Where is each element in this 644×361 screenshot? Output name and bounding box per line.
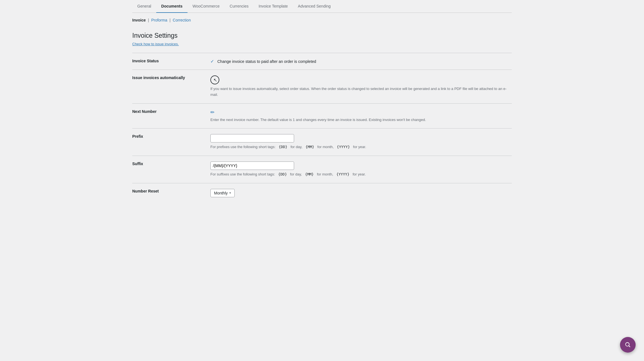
prefix-control: For prefixes use the following short tag…	[210, 129, 512, 156]
next-number-desc: Enter the next invoice number. The defau…	[210, 117, 512, 123]
chevron-down-icon: ▾	[229, 191, 231, 195]
prefix-desc: For prefixes use the following short tag…	[210, 144, 512, 150]
checkmark-icon: ✓	[210, 59, 214, 64]
suffix-desc: For suffixes use the following short tag…	[210, 172, 512, 177]
invoice-status-label: Invoice Status	[132, 53, 210, 70]
issue-automatically-desc: If you want to issue invoices automatica…	[210, 86, 512, 98]
settings-table: Invoice Status ✓ Change invoice status t…	[132, 53, 512, 203]
suffix-tag-mm: {MM}	[304, 172, 315, 177]
tab-invoice-template[interactable]: Invoice Template	[254, 0, 293, 13]
next-number-control: ✏ Enter the next invoice number. The def…	[210, 103, 512, 129]
suffix-tag-yyyy: {YYYY}	[335, 172, 350, 177]
issue-automatically-row: Issue invoices automatically ↖ If you wa…	[132, 70, 512, 104]
tab-general[interactable]: General	[132, 0, 156, 13]
invoice-status-control: ✓ Change invoice status to paid after an…	[210, 53, 512, 70]
subnav-proforma[interactable]: Proforma	[151, 18, 167, 22]
prefix-tag-yyyy: {YYYY}	[336, 144, 351, 149]
suffix-row: Suffix For suffixes use the following sh…	[132, 156, 512, 183]
content-area: Invoice Settings Check how to issue invo…	[132, 25, 512, 210]
cursor-icon: ↖	[213, 77, 217, 83]
number-reset-control: Monthly ▾	[210, 183, 512, 203]
next-number-input-row: ✏	[210, 109, 512, 115]
prefix-row: Prefix For prefixes use the following sh…	[132, 129, 512, 156]
help-link[interactable]: Check how to issue invoices.	[132, 42, 179, 46]
main-nav: General Documents WooCommerce Currencies…	[132, 0, 512, 13]
suffix-label: Suffix	[132, 156, 210, 183]
next-number-label: Next Number	[132, 103, 210, 129]
number-reset-label: Number Reset	[132, 183, 210, 203]
subnav-correction[interactable]: Correction	[173, 18, 191, 22]
prefix-tag-dd: {DD}	[278, 144, 289, 149]
invoice-status-checkbox-row: ✓ Change invoice status to paid after an…	[210, 59, 512, 64]
suffix-input[interactable]	[210, 162, 294, 170]
subnav-invoice[interactable]: Invoice	[132, 18, 146, 22]
invoice-status-checkbox-label: Change invoice status to paid after an o…	[217, 59, 316, 64]
number-reset-row: Number Reset Monthly ▾	[132, 183, 512, 203]
number-reset-value: Monthly	[214, 191, 228, 195]
issue-automatically-label: Issue invoices automatically	[132, 70, 210, 104]
issue-automatically-control: ↖ If you want to issue invoices automati…	[210, 70, 512, 104]
invoice-status-row: Invoice Status ✓ Change invoice status t…	[132, 53, 512, 70]
sub-nav-sep-2: |	[169, 18, 170, 22]
suffix-tag-dd: {DD}	[277, 172, 288, 177]
issue-automatically-toggle[interactable]: ↖	[210, 75, 219, 84]
prefix-label: Prefix	[132, 129, 210, 156]
sub-nav-sep-1: |	[148, 18, 149, 22]
tab-currencies[interactable]: Currencies	[225, 0, 254, 13]
number-reset-dropdown[interactable]: Monthly ▾	[210, 189, 235, 197]
edit-icon[interactable]: ✏	[210, 109, 215, 115]
next-number-row: Next Number ✏ Enter the next invoice num…	[132, 103, 512, 129]
tab-advanced-sending[interactable]: Advanced Sending	[293, 0, 336, 13]
suffix-control: For suffixes use the following short tag…	[210, 156, 512, 183]
tab-documents[interactable]: Documents	[156, 0, 188, 13]
prefix-tag-mm: {MM}	[304, 144, 315, 149]
sub-nav: Invoice | Proforma | Correction	[132, 13, 512, 25]
page-title: Invoice Settings	[132, 32, 512, 39]
prefix-input[interactable]	[210, 134, 294, 142]
tab-woocommerce[interactable]: WooCommerce	[188, 0, 225, 13]
